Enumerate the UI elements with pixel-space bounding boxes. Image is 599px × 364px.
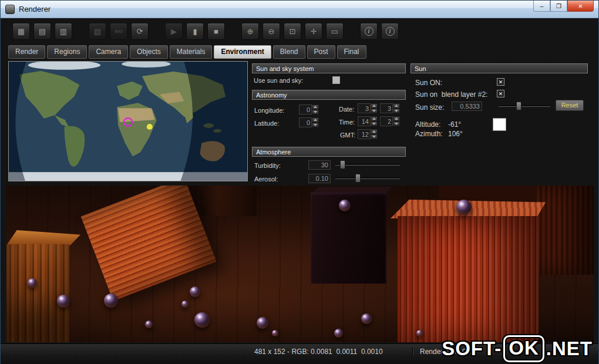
open-image-icon: ▤ (39, 27, 46, 36)
sun-position-marker[interactable] (147, 124, 153, 130)
time-min-input[interactable]: 2 (380, 116, 400, 126)
sun-panel: Sun Sun ON: ✕ Sun on blend layer #2: ✕ S… (410, 61, 588, 186)
sun-sky-header: Sun and sky system (252, 63, 406, 73)
open-image-button[interactable]: ▤ (33, 23, 51, 40)
sun-color-swatch[interactable] (493, 118, 506, 131)
time-hour-value[interactable]: 14 (358, 116, 371, 126)
tab-bar: Render Regions Camera Objects Materials … (8, 45, 366, 59)
render-start-button[interactable]: ▶ (165, 23, 183, 40)
date-day-input[interactable]: 3 (380, 103, 400, 113)
refresh-button[interactable]: ⟳ (131, 23, 149, 40)
minimize-button[interactable]: – (533, 1, 550, 12)
render-stop-button[interactable]: ■ (207, 23, 225, 40)
sun-header: Sun (410, 63, 588, 73)
sun-size-value[interactable]: 0.5333 (452, 102, 482, 111)
image-info-button[interactable]: i (360, 23, 378, 40)
glass-sphere (190, 287, 200, 297)
close-button[interactable]: ✕ (567, 1, 594, 12)
region-select-icon: ▭ (331, 27, 338, 36)
time-min-value[interactable]: 2 (380, 116, 393, 126)
zoom-actual-button[interactable]: ⊡ (284, 23, 301, 40)
tab-blend[interactable]: Blend (273, 45, 305, 59)
gmt-input[interactable]: 12 (358, 129, 378, 139)
world-map-panel[interactable] (8, 61, 248, 181)
minimize-icon: – (540, 3, 544, 9)
astronomy-header: Astronomy (252, 90, 406, 100)
new-image-icon: ▦ (18, 27, 25, 36)
sun-size-slider[interactable] (499, 102, 550, 110)
zoom-in-button[interactable]: ⊕ (241, 23, 259, 40)
pan-icon: ✛ (311, 27, 317, 36)
tab-render[interactable]: Render (8, 45, 45, 59)
refresh-icon: ⟳ (137, 27, 143, 36)
window-title: Renderer (19, 5, 51, 14)
turbidity-value[interactable]: 30 (308, 160, 331, 170)
turbidity-slider[interactable] (335, 160, 400, 169)
pixel-info-text: 481 x 152 - RGB: 0.0081 0.0011 0.0010 (254, 348, 383, 356)
sun-size-slider-track (499, 105, 550, 107)
longitude-value[interactable]: 0 (299, 105, 312, 114)
maximize-button[interactable]: ❐ (550, 1, 567, 12)
tab-camera[interactable]: Camera (89, 45, 128, 59)
tab-post[interactable]: Post (307, 45, 335, 59)
longitude-spinner[interactable] (312, 105, 319, 114)
render-viewport[interactable] (6, 186, 594, 342)
world-map[interactable] (9, 62, 247, 181)
aerosol-value[interactable]: 0.10 (308, 174, 331, 183)
time-hour-input[interactable]: 14 (358, 116, 378, 126)
atmosphere-header: Atmosphere (252, 147, 406, 157)
gmt-value[interactable]: 12 (358, 129, 371, 139)
latitude-value[interactable]: 0 (299, 117, 312, 127)
new-image-button[interactable]: ▦ (12, 23, 30, 40)
app-icon (5, 5, 15, 14)
sun-on-checkbox[interactable]: ✕ (497, 78, 504, 86)
azimuth-label: Azimuth: (415, 130, 443, 138)
use-sun-sky-label: Use sun and sky: (254, 77, 303, 84)
azimuth-value: 106° (448, 130, 463, 138)
tab-regions[interactable]: Regions (47, 45, 87, 59)
tab-objects[interactable]: Objects (130, 45, 168, 59)
time-label: Time: (339, 119, 355, 126)
sun-size-slider-thumb[interactable] (516, 102, 521, 110)
date-month-spinner[interactable] (371, 103, 378, 113)
pan-button[interactable]: ✛ (305, 23, 322, 40)
glass-sphere (456, 200, 472, 215)
render-info-button[interactable]: i (381, 23, 399, 40)
watermark-prefix: SOFT- (442, 338, 502, 360)
sun-sky-panel: Sun and sky system Use sun and sky: Astr… (252, 61, 406, 186)
image-format-button[interactable]: IMG (110, 23, 127, 40)
tab-final[interactable]: Final (337, 45, 366, 59)
latitude-input[interactable]: 0 (299, 117, 319, 127)
glass-sphere (104, 294, 118, 308)
aerosol-slider-thumb[interactable] (355, 174, 361, 183)
tab-environment[interactable]: Environment (214, 45, 271, 59)
wood-cube-top-right (537, 186, 594, 275)
region-select-button[interactable]: ▭ (326, 23, 344, 40)
date-month-value[interactable]: 3 (358, 103, 371, 113)
background-plank (200, 186, 257, 216)
time-min-spinner[interactable] (393, 116, 400, 126)
gmt-spinner[interactable] (371, 129, 378, 139)
sun-size-reset-button[interactable]: Reset (556, 100, 584, 111)
image-format-icon: IMG (115, 29, 122, 33)
zoom-out-button[interactable]: ⊖ (263, 23, 280, 40)
copy-image-button[interactable]: ▧ (89, 23, 106, 40)
titlebar[interactable]: Renderer – ❐ ✕ (1, 1, 598, 18)
date-day-value[interactable]: 3 (380, 103, 393, 113)
date-day-spinner[interactable] (393, 103, 400, 113)
longitude-input[interactable]: 0 (299, 105, 319, 114)
use-sun-sky-checkbox[interactable] (332, 76, 340, 84)
save-image-button[interactable]: ▥ (55, 23, 72, 40)
date-month-input[interactable]: 3 (358, 103, 378, 113)
maximize-icon: ❐ (556, 3, 561, 9)
time-hour-spinner[interactable] (371, 116, 378, 126)
aerosol-slider[interactable] (335, 174, 400, 183)
glass-sphere (57, 295, 70, 308)
turbidity-slider-thumb[interactable] (340, 160, 345, 169)
latitude-spinner[interactable] (312, 117, 319, 127)
gmt-label: GMT: (340, 132, 355, 139)
sun-blend-checkbox[interactable]: ✕ (497, 90, 504, 97)
render-start-icon: ▶ (171, 27, 177, 36)
tab-materials[interactable]: Materials (170, 45, 213, 59)
render-pause-button[interactable]: ▮ (186, 23, 204, 40)
